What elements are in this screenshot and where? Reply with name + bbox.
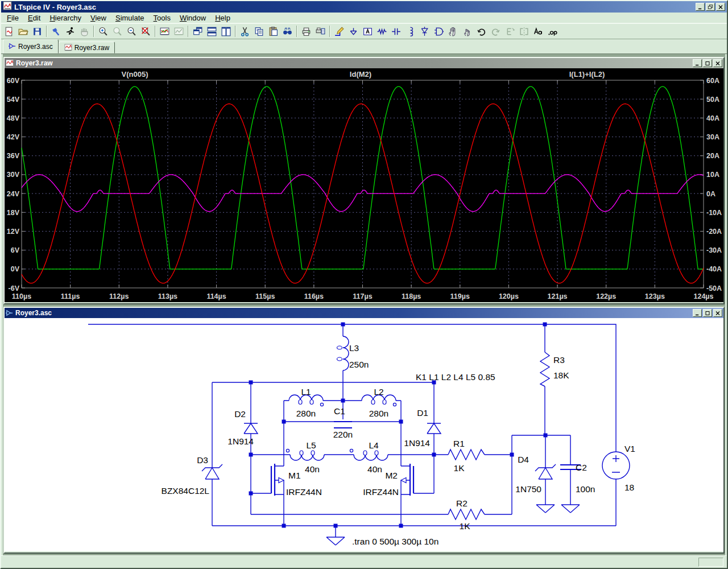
menu-window[interactable]: Window <box>175 13 210 23</box>
inductor-icon[interactable] <box>403 25 417 38</box>
close-button[interactable] <box>716 3 725 11</box>
diode-icon[interactable] <box>417 25 432 38</box>
minimize-button[interactable] <box>696 3 705 11</box>
plot-pane-icon[interactable] <box>172 25 186 38</box>
restore-button[interactable] <box>706 3 715 11</box>
schematic-close-button[interactable] <box>713 309 722 317</box>
zoom-in-icon[interactable] <box>96 25 110 38</box>
menu-simulate[interactable]: Simulate <box>111 13 149 23</box>
ground-icon[interactable] <box>346 25 361 38</box>
legend-I(L1)+I(L2)[interactable]: I(L1)+I(L2) <box>569 70 605 79</box>
print-icon[interactable] <box>299 25 313 38</box>
waveform-close-button[interactable] <box>713 59 722 67</box>
resistor-R2-symbol[interactable] <box>448 509 485 519</box>
tile-horizontal-icon[interactable] <box>205 25 219 38</box>
capacitor-icon[interactable] <box>389 25 403 38</box>
wire-icon[interactable] <box>332 25 346 38</box>
label-L1-name: L1 <box>301 387 311 397</box>
resistor-R3-symbol[interactable] <box>540 352 549 386</box>
zoom-back-icon[interactable] <box>110 25 125 38</box>
move-icon[interactable] <box>446 25 460 38</box>
inductor-L3-symbol[interactable] <box>343 336 349 370</box>
y-left-tick-label: 6V <box>11 246 20 254</box>
undo-icon[interactable] <box>474 25 489 38</box>
status-cell <box>698 558 723 567</box>
component-icon[interactable] <box>432 25 446 38</box>
ltspice-app-window: LTspice IV - Royer3.asc File Edit Hierar… <box>0 0 728 569</box>
waveform-maximize-button[interactable] <box>703 59 712 67</box>
label-L2-value: 280n <box>369 409 388 418</box>
menu-hierarchy[interactable]: Hierarchy <box>45 13 86 23</box>
control-panel-icon[interactable] <box>49 25 63 38</box>
copy-icon[interactable] <box>252 25 266 38</box>
text-icon[interactable] <box>531 25 545 38</box>
open-file-icon[interactable] <box>16 25 30 38</box>
L1-loop <box>310 400 313 405</box>
cascade-windows-icon[interactable] <box>191 25 205 38</box>
schematic-minimize-button[interactable] <box>693 309 702 317</box>
menu-view[interactable]: View <box>86 13 111 23</box>
x-tick-label: 123µs <box>645 292 665 300</box>
print-preview-icon[interactable] <box>313 25 328 38</box>
resistor-R1-symbol[interactable] <box>448 450 485 460</box>
voltage-source-V1-symbol[interactable] <box>602 452 630 479</box>
waveform-plot-canvas[interactable]: 110µs111µs112µs113µs114µs115µs116µs117µs… <box>5 68 723 302</box>
menu-help[interactable]: Help <box>210 13 235 23</box>
y-left-tick-label: 12V <box>7 228 20 236</box>
nmos-M1-symbol[interactable] <box>271 464 284 496</box>
run-icon[interactable] <box>63 25 77 38</box>
label-L3-name: L3 <box>349 343 359 353</box>
label-R3-name: R3 <box>553 355 565 365</box>
L2-phase-dot <box>393 403 396 406</box>
x-tick-label: 124µs <box>693 292 713 300</box>
y-right-tick-label: 10A <box>706 171 719 179</box>
L5-phase-dot <box>286 449 289 452</box>
schematic-maximize-button[interactable] <box>703 309 712 317</box>
zoom-full-extents-icon[interactable] <box>139 25 153 38</box>
menu-file[interactable]: File <box>2 13 23 23</box>
mirror-icon[interactable] <box>517 25 531 38</box>
net-label-icon[interactable] <box>361 25 375 38</box>
capacitor-C1-symbol[interactable] <box>334 422 352 428</box>
nmos-M2-symbol[interactable] <box>401 464 413 496</box>
menu-tools[interactable]: Tools <box>149 13 175 23</box>
waveform-minimize-button[interactable] <box>693 59 702 67</box>
schematic-canvas[interactable]: L3 250n R3 18K K1 L1 L2 L4 L5 0.85 L1 28… <box>5 318 723 551</box>
new-schematic-icon[interactable] <box>2 25 16 38</box>
inductor-L5-symbol[interactable] <box>290 455 324 460</box>
save-icon[interactable] <box>30 25 44 38</box>
paste-icon[interactable] <box>266 25 280 38</box>
tab-royer3-asc[interactable]: Royer3.asc <box>3 39 59 53</box>
menu-edit[interactable]: Edit <box>23 13 45 23</box>
zoom-out-icon[interactable] <box>125 25 139 38</box>
legend-V(n005)[interactable]: V(n005) <box>122 70 148 79</box>
autorange-icon[interactable] <box>158 25 172 38</box>
label-L4-name: L4 <box>369 440 379 450</box>
y-right-tick-label: -30A <box>706 246 722 254</box>
L5-loop <box>311 451 315 455</box>
drag-icon[interactable] <box>460 25 474 38</box>
resistor-icon[interactable] <box>375 25 389 38</box>
inductor-L4-symbol[interactable] <box>354 455 388 460</box>
label-D3-name: D3 <box>197 455 208 465</box>
label-L3-value: 250n <box>349 360 369 369</box>
label-D4-name: D4 <box>518 455 529 464</box>
spice-directive-icon[interactable] <box>545 25 560 38</box>
y-left-tick-label: 48V <box>7 114 20 122</box>
tile-vertical-icon[interactable] <box>219 25 233 38</box>
diode-D1-symbol[interactable] <box>427 423 441 434</box>
redo-icon[interactable] <box>489 25 503 38</box>
halt-icon[interactable] <box>77 25 92 38</box>
legend-Id(M2)[interactable]: Id(M2) <box>350 70 371 79</box>
L5-loop <box>300 451 303 455</box>
toolbar <box>1 23 727 39</box>
tab-royer3-raw[interactable]: Royer3.raw <box>59 42 115 53</box>
junction-dots <box>249 323 548 528</box>
x-tick-label: 121µs <box>548 292 568 300</box>
cut-icon[interactable] <box>238 25 252 38</box>
y-right-tick-label: 40A <box>706 114 719 122</box>
diode-D2-symbol[interactable] <box>244 423 258 434</box>
rotate-icon[interactable] <box>503 25 517 38</box>
y-left-tick-label: 36V <box>7 152 20 160</box>
find-icon[interactable] <box>280 25 295 38</box>
